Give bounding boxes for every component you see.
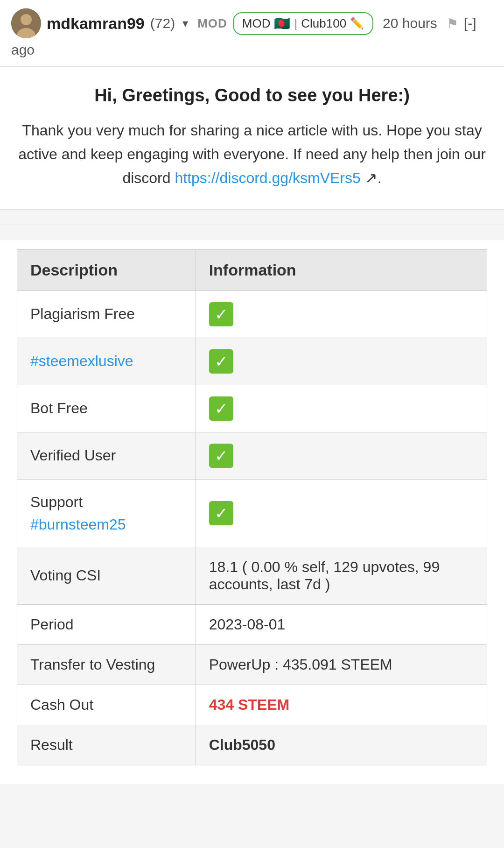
table-info-cell: Club5050: [196, 725, 487, 765]
table-desc-cell: Plagiarism Free: [17, 290, 196, 338]
table-info-cell: 434 STEEM: [196, 685, 487, 725]
bold-value: Club5050: [209, 736, 275, 753]
edit-icon[interactable]: ✏️: [350, 17, 364, 30]
table-info-cell: ✓: [196, 479, 487, 547]
col-description-header: Description: [17, 249, 196, 290]
reputation-label: (72): [150, 15, 175, 31]
flag-icon[interactable]: ⚑: [447, 16, 458, 31]
hashtag-link[interactable]: #burnsteem25: [30, 516, 126, 533]
table-row: Plagiarism Free✓: [17, 290, 487, 338]
table-info-cell: PowerUp : 435.091 STEEM: [196, 644, 487, 685]
table-desc-cell: Period: [17, 604, 196, 644]
club-label: Club100: [301, 16, 346, 31]
mod-label: MOD: [197, 16, 227, 31]
table-row: Cash Out434 STEEM: [17, 685, 487, 725]
table-info-cell: ✓: [196, 432, 487, 479]
table-row: Transfer to VestingPowerUp : 435.091 STE…: [17, 644, 487, 685]
avatar: [11, 8, 41, 38]
mod-badge[interactable]: MOD 🇧🇩 | Club100 ✏️: [233, 12, 373, 35]
badge-mod-text: MOD: [242, 16, 271, 31]
table-desc-cell: Voting CSI: [17, 547, 196, 604]
table-row: Period2023-08-01: [17, 604, 487, 644]
table-info-cell: 18.1 ( 0.00 % self, 129 upvotes, 99 acco…: [196, 547, 487, 604]
table-row: #steemexlusive✓: [17, 338, 487, 385]
table-desc-cell: Support#burnsteem25: [17, 479, 196, 547]
check-icon: ✓: [209, 349, 233, 374]
info-table: Description Information Plagiarism Free✓…: [17, 249, 487, 765]
svg-point-1: [21, 14, 32, 25]
table-desc-cell: Result: [17, 725, 196, 765]
table-desc-cell: Bot Free: [17, 385, 196, 432]
table-desc-cell: #steemexlusive: [17, 338, 196, 385]
check-icon: ✓: [209, 501, 233, 525]
flag-emoji: 🇧🇩: [274, 16, 290, 31]
table-row: Support#burnsteem25✓: [17, 479, 487, 547]
table-info-cell: ✓: [196, 338, 487, 385]
table-section: Description Information Plagiarism Free✓…: [0, 240, 504, 784]
hashtag-link[interactable]: #steemexlusive: [30, 353, 133, 369]
time-text: 20 hours: [383, 15, 437, 31]
red-value: 434 STEEM: [209, 696, 290, 713]
discord-link[interactable]: https://discord.gg/ksmVErs5: [175, 170, 360, 186]
table-desc-cell: Transfer to Vesting: [17, 644, 196, 685]
greeting-title: Hi, Greetings, Good to see you Here:): [17, 85, 487, 106]
check-icon: ✓: [209, 444, 233, 468]
content-area: Hi, Greetings, Good to see you Here:) Th…: [0, 67, 504, 210]
table-info-cell: ✓: [196, 385, 487, 432]
table-header-row: Description Information: [17, 249, 487, 290]
bracket-text: [-]: [464, 15, 476, 31]
table-desc-cell: Cash Out: [17, 685, 196, 725]
table-row: Voting CSI18.1 ( 0.00 % self, 129 upvote…: [17, 547, 487, 604]
greeting-suffix: .: [378, 170, 382, 186]
table-row: Verified User✓: [17, 432, 487, 479]
check-icon: ✓: [209, 302, 233, 326]
section-divider: [0, 225, 504, 225]
table-info-cell: 2023-08-01: [196, 604, 487, 644]
ago-text: ago: [11, 42, 493, 58]
check-icon: ✓: [209, 396, 233, 421]
table-row: ResultClub5050: [17, 725, 487, 765]
badge-separator: |: [294, 16, 297, 31]
username-label[interactable]: mdkamran99: [47, 14, 145, 33]
table-desc-cell: Verified User: [17, 432, 196, 479]
dropdown-icon[interactable]: ▾: [182, 17, 188, 30]
table-row: Bot Free✓: [17, 385, 487, 432]
external-link-icon: ↗: [365, 170, 378, 186]
col-information-header: Information: [196, 249, 487, 290]
header-bar: mdkamran99 (72) ▾ MOD MOD 🇧🇩 | Club100 ✏…: [0, 0, 504, 67]
greeting-body: Thank you very much for sharing a nice a…: [17, 119, 487, 191]
table-info-cell: ✓: [196, 290, 487, 338]
